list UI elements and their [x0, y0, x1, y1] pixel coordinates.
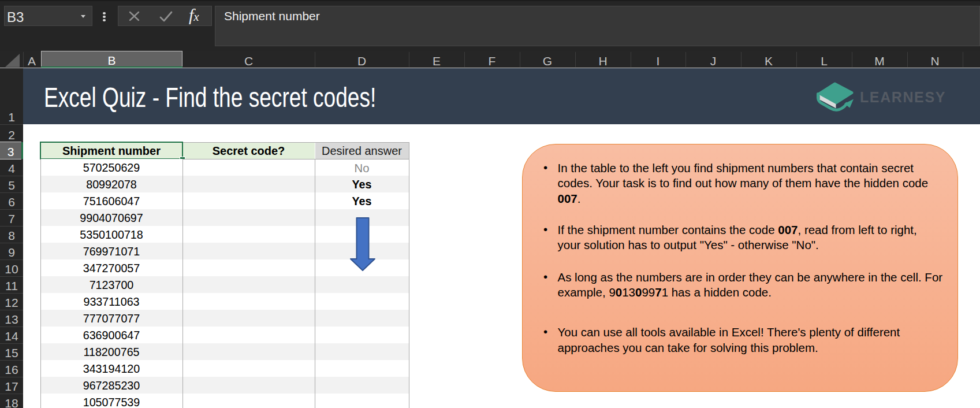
svg-text:LEARNESY: LEARNESY [860, 89, 946, 105]
